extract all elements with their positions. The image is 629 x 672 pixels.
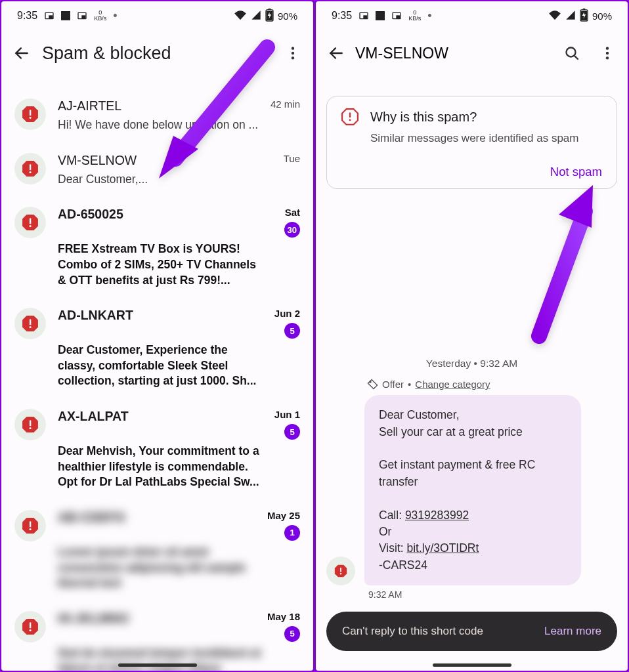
spam-avatar: [14, 207, 46, 238]
tag-icon: [367, 379, 378, 390]
svg-point-55: [340, 573, 341, 574]
list-item[interactable]: VM-SELNOW Tue Dear Customer,...: [1, 145, 313, 200]
change-category-link[interactable]: Change category: [415, 379, 490, 390]
back-button[interactable]: [328, 45, 345, 62]
item-time: Jun 1: [274, 409, 300, 420]
svg-rect-12: [30, 110, 31, 116]
app-bar: Spam & blocked: [1, 30, 313, 76]
svg-rect-30: [30, 622, 31, 628]
svg-rect-15: [30, 164, 31, 170]
spam-card-subtitle: Similar messages were identified as spam: [370, 132, 602, 145]
svg-point-31: [30, 629, 32, 631]
gesture-nav-bar: [118, 663, 197, 667]
spam-octagon-icon: [334, 564, 347, 578]
url-link[interactable]: bit.ly/3OTIDRt: [406, 541, 479, 555]
phone-screen-spam-list: 9:35 0KB/s • 90% Spam & blocked: [1, 1, 313, 671]
status-bar: 9:35 0KB/s • 90%: [316, 1, 628, 30]
battery-pct: 90%: [592, 10, 612, 22]
svg-rect-41: [583, 9, 586, 10]
spam-octagon-icon: [22, 315, 39, 332]
battery-pct: 90%: [278, 10, 297, 22]
svg-point-22: [30, 326, 32, 328]
item-time: Jun 2: [274, 308, 300, 319]
spam-octagon-icon: [22, 160, 39, 177]
square-icon: [376, 11, 385, 20]
list-item[interactable]: HI-JKLMNO May 18 5 Sed do eiusmod tempor…: [1, 603, 313, 671]
bubble-line: Dear Customer,: [379, 407, 567, 423]
pip-icon-2: [77, 10, 87, 21]
unread-badge: 30: [284, 222, 300, 238]
svg-rect-18: [30, 219, 31, 224]
phone-link[interactable]: 9319283992: [405, 509, 469, 522]
sender-label: AX-LALPAT: [58, 409, 129, 424]
overflow-menu-button[interactable]: [284, 45, 301, 62]
svg-rect-21: [30, 320, 31, 326]
overflow-menu-button[interactable]: [599, 45, 616, 62]
message-bubble[interactable]: Dear Customer, Sell your car at a great …: [364, 395, 581, 585]
bubble-line: Or: [379, 524, 567, 540]
svg-point-48: [606, 56, 609, 59]
preview-text: Dear Customer,...: [58, 172, 261, 188]
sender-label: AB-CDEFG: [58, 510, 125, 525]
svg-point-13: [30, 117, 32, 119]
list-item[interactable]: AD-650025 Sat 30 FREE Xstream TV Box is …: [1, 199, 313, 300]
svg-rect-1: [49, 16, 53, 18]
svg-rect-5: [269, 9, 271, 10]
bubble-line: Call: 9319283992: [379, 507, 567, 524]
spam-octagon-icon: [22, 106, 39, 123]
pip-icon: [44, 10, 54, 21]
spam-avatar[interactable]: [326, 556, 355, 585]
sender-label: AD-650025: [58, 207, 123, 222]
unread-badge: 5: [284, 323, 300, 339]
wifi-icon: [234, 10, 247, 22]
preview-text: FREE Xstream TV Box is YOURS! Combo of 2…: [58, 242, 261, 288]
svg-point-51: [349, 119, 351, 121]
message-time: 9:32 AM: [316, 589, 628, 600]
sender-label: AJ-AIRTEL: [58, 98, 121, 114]
bubble-line: Sell your car at a great price: [379, 424, 567, 440]
svg-point-9: [292, 52, 294, 54]
preview-text: Sed do eiusmod tempor incididunt ut labo…: [58, 646, 261, 671]
svg-rect-50: [349, 113, 351, 118]
preview-text: Dear Customer, Experience the classy, co…: [58, 343, 261, 389]
svg-point-47: [606, 52, 609, 54]
item-time: Sat: [285, 207, 300, 218]
status-time: 9:35: [17, 10, 37, 22]
shortcode-text: Can't reply to this short code: [342, 625, 483, 638]
square-icon: [61, 11, 70, 20]
status-dot: •: [427, 9, 431, 23]
learn-more-button[interactable]: Learn more: [544, 625, 601, 638]
preview-text: Hi! We have done below updation on ...: [58, 117, 261, 133]
spam-octagon-icon: [22, 416, 39, 433]
item-time: May 25: [267, 510, 300, 521]
battery-icon: [580, 9, 588, 24]
search-button[interactable]: [563, 45, 580, 62]
back-button[interactable]: [13, 45, 30, 62]
svg-point-46: [606, 47, 609, 49]
svg-point-52: [370, 381, 371, 383]
conversation-list: AJ-AIRTEL 42 min Hi! We have done below …: [1, 76, 313, 671]
svg-rect-37: [364, 16, 367, 18]
gesture-nav-bar: [433, 663, 511, 667]
svg-line-45: [575, 56, 578, 59]
conversation-title[interactable]: VM-SELNOW: [355, 45, 448, 62]
item-time: 42 min: [271, 98, 300, 110]
list-item[interactable]: AJ-AIRTEL 42 min Hi! We have done below …: [1, 91, 313, 145]
bubble-line: Get instant payment & free RC transfer: [379, 457, 567, 490]
spam-avatar: [14, 510, 46, 541]
spam-avatar: [14, 308, 46, 339]
svg-rect-39: [397, 16, 400, 18]
list-item[interactable]: AB-CDEFG May 25 1 Lorem ipsum dolor sit …: [1, 502, 313, 603]
spam-avatar: [14, 409, 46, 440]
list-item[interactable]: AX-LALPAT Jun 1 5 Dear Mehvish, Your com…: [1, 401, 313, 502]
day-timestamp: Yesterday • 9:32 AM: [316, 358, 628, 369]
spam-info-card: Why is this spam? Similar messages were …: [326, 96, 617, 189]
list-item[interactable]: AD-LNKART Jun 2 5 Dear Customer, Experie…: [1, 300, 313, 401]
not-spam-button[interactable]: Not spam: [550, 165, 602, 179]
message-row: Dear Customer, Sell your car at a great …: [316, 395, 628, 585]
spam-octagon-icon: [22, 618, 39, 635]
spam-card-title: Why is this spam?: [370, 110, 477, 125]
item-time: May 18: [267, 611, 300, 622]
conversation-area: Yesterday • 9:32 AM Offer • Change categ…: [316, 189, 628, 671]
phone-screen-conversation: 9:35 0KB/s • 90% VM-SELNOW: [316, 1, 628, 671]
